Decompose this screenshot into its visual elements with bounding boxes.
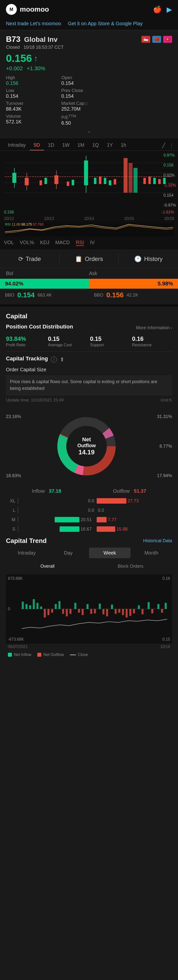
svg-rect-21	[134, 168, 137, 192]
ind-macd[interactable]: MACD	[56, 240, 70, 246]
header-bar: M moomoo 🍎 ▶	[0, 0, 178, 19]
donut-title-2: Outflow	[77, 443, 96, 449]
stock-full-name: Global Inv	[24, 36, 57, 43]
history-button[interactable]: 🕐 History	[119, 250, 178, 268]
avg-cost-val: 0.15	[48, 336, 88, 342]
capital-trend-section: Capital Trend Historical Data Intraday D…	[6, 537, 172, 659]
price-note: Price rises & capital flows out. Some ca…	[6, 375, 172, 395]
more-info-btn[interactable]: More Information ›	[136, 325, 172, 331]
pct-label: -1.61%	[161, 210, 174, 215]
stock-title: B73 Global Inv 🇸🇬 🇨🇳 🇭🇰	[6, 35, 172, 44]
historical-data-link[interactable]: Historical Data	[143, 538, 172, 543]
donut-row: 23.16% 18.83% Net Outflow 14.19	[6, 412, 172, 481]
y-label-mid: 0	[8, 607, 24, 611]
logo-area: M moomoo	[6, 4, 49, 15]
tab-1m[interactable]: 1M	[73, 140, 88, 150]
trend-tab-month[interactable]: Month	[130, 547, 172, 558]
chart-line-icon[interactable]: ╱	[162, 143, 165, 148]
ind-iv[interactable]: IV	[90, 240, 95, 246]
chart-settings-icon[interactable]: ⋮	[169, 143, 174, 148]
tab-1h[interactable]: 1h	[117, 140, 130, 150]
trend-header: Capital Trend Historical Data	[6, 537, 172, 545]
trend-tab-week[interactable]: Week	[89, 547, 130, 558]
history-label: History	[144, 256, 163, 262]
cap-bar-s-label: S	[8, 527, 15, 532]
tab-1d[interactable]: 1D	[44, 140, 58, 150]
legend-inflow: Net Inflow	[8, 652, 32, 657]
app-store-link[interactable]: Get it on App Store & Google Play	[68, 21, 143, 26]
unit-label: Unit:K	[161, 398, 172, 402]
candlestick-chart: 0.97% 0.156 0.02% -1.32% 0.154 -0.97%	[0, 151, 178, 210]
cap-bar-s-left: 16.67	[21, 527, 94, 532]
price-label-5: -0.97%	[164, 203, 176, 207]
svg-rect-58	[44, 609, 46, 617]
bbo-bid-tag: BBO	[5, 293, 14, 298]
share-icon[interactable]: ⬆	[60, 356, 64, 363]
resistance: 0.16 Resistance	[132, 336, 172, 347]
tab-1y[interactable]: 1Y	[103, 140, 117, 150]
ind-vol[interactable]: VOL	[4, 240, 14, 246]
profit-ratio-val: 93.84%	[6, 336, 46, 342]
expand-arrow[interactable]: ⌄	[6, 128, 172, 134]
legend-inflow-label: Net Inflow	[14, 652, 32, 657]
donut-svg-wrap: Net Outflow 14.19	[31, 414, 142, 478]
action-bar: ⟳ Trade 📋 Orders 🕐 History	[0, 250, 178, 268]
price-label-1: 0.156	[164, 163, 176, 167]
trend-tabs: Intraday Day Week Month	[6, 547, 172, 558]
cap-bar-s-div	[18, 526, 18, 532]
trend-chart-area: 673.68K 0 -673.68K 0.16 0.15	[6, 574, 172, 644]
donut-left-2: 18.83%	[6, 473, 31, 478]
orders-button[interactable]: 📋 Orders	[59, 250, 118, 268]
bbo-bid-price: 0.154	[17, 291, 35, 299]
price-changes: +0.002 +1.30%	[6, 65, 172, 72]
logo-icon: M	[6, 4, 17, 15]
cap-bar-s: S 16.67 15.88	[8, 526, 170, 532]
sub-header: Next trade Let's moomoo Get it on App St…	[0, 19, 178, 30]
cap-bar-l-label: L	[8, 508, 15, 513]
rsi-area: RSI 11.00 68.175 57.763	[4, 222, 174, 237]
change-abs: +0.002	[6, 65, 23, 72]
tab-1w[interactable]: 1W	[58, 140, 73, 150]
bbo-bar-row: 94.02% 5.98%	[0, 279, 178, 289]
rsi-val4: 57.763	[33, 223, 43, 226]
ind-vol-pct[interactable]: VOL%	[20, 240, 34, 246]
donut-title-1: Net	[77, 436, 96, 443]
tab-5d[interactable]: 5D	[30, 140, 44, 150]
trend-x-labels: 06/07/2021 10/18	[6, 644, 172, 650]
cap-bar-l-div	[18, 508, 18, 513]
svg-rect-59	[48, 609, 49, 615]
section-divider-1	[0, 304, 178, 307]
legend-outflow: Net Outflow	[37, 652, 64, 657]
trend-block-orders[interactable]: Block Orders	[89, 562, 172, 570]
position-header: Position Cost Distribution More Informat…	[6, 323, 172, 332]
flag-sg: 🇸🇬	[141, 36, 150, 43]
bbo-ask-vol: 42.2K	[127, 293, 138, 298]
y-label-top: 673.68K	[8, 576, 24, 581]
svg-rect-44	[29, 605, 31, 609]
cap-bar-m-right: 7.77	[97, 517, 170, 522]
trend-tab-day[interactable]: Day	[48, 547, 89, 558]
outflow-val: 51.37	[134, 488, 146, 494]
bid-header: Bid	[6, 270, 89, 276]
bbo-section: Bid Ask 94.02% 5.98% BBO 0.154 663.4K BB…	[0, 268, 178, 304]
trend-overall[interactable]: Overall	[6, 562, 89, 570]
resistance-val: 0.16	[132, 336, 172, 342]
tab-intraday[interactable]: Intraday	[4, 140, 30, 150]
apple-icon[interactable]: 🍎	[153, 5, 162, 14]
trend-tab-intraday[interactable]: Intraday	[6, 547, 48, 558]
legend-red-dot	[37, 653, 41, 657]
ind-kdj[interactable]: KDJ	[40, 240, 49, 246]
cap-bar-m-red	[97, 517, 106, 522]
date-4: 10/15	[124, 216, 134, 221]
stock-status: Closed 10/18 16:53:37 CCT	[6, 45, 172, 50]
svg-rect-33	[153, 178, 156, 184]
ind-rsi[interactable]: RSI	[76, 240, 84, 246]
y-right-top: 0.16	[162, 576, 170, 581]
trade-button[interactable]: ⟳ Trade	[0, 250, 59, 268]
trend-y-labels-left: 673.68K 0 -673.68K	[8, 574, 24, 644]
tab-1q[interactable]: 1Q	[88, 140, 103, 150]
play-icon[interactable]: ▶	[167, 5, 172, 14]
pe-ttm-item: P/ETTM 6.50	[61, 114, 117, 126]
tracking-info-icon[interactable]: i	[51, 357, 57, 363]
stock-section: B73 Global Inv 🇸🇬 🇨🇳 🇭🇰 Closed 10/18 16:…	[0, 30, 178, 136]
